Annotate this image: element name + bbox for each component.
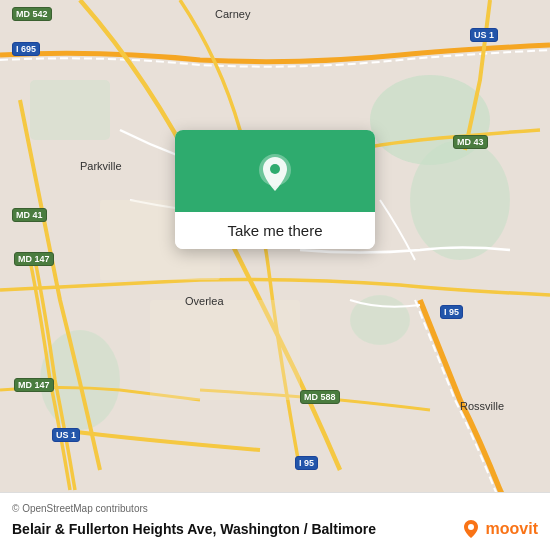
moovit-pin-icon (460, 518, 482, 540)
popup-tail (265, 247, 285, 249)
popup-header (175, 130, 375, 212)
badge-i95-right: I 95 (440, 305, 463, 319)
badge-us1-bot: US 1 (52, 428, 80, 442)
svg-point-9 (468, 524, 474, 530)
svg-point-8 (270, 164, 280, 174)
moovit-logo: moovit (460, 518, 538, 540)
moovit-text: moovit (486, 520, 538, 538)
badge-md43: MD 43 (453, 135, 488, 149)
map-container: Carney Parkville Overlea Rossville I 695… (0, 0, 550, 550)
location-row: Belair & Fullerton Heights Ave, Washingt… (12, 518, 538, 540)
svg-rect-6 (150, 300, 300, 400)
badge-md147-top: MD 147 (14, 252, 54, 266)
map-roads (0, 0, 550, 550)
location-name: Belair & Fullerton Heights Ave, Washingt… (12, 520, 376, 538)
badge-i95-bot: I 95 (295, 456, 318, 470)
badge-md41: MD 41 (12, 208, 47, 222)
location-popup: Take me there (175, 130, 375, 249)
take-me-there-button[interactable]: Take me there (175, 212, 375, 249)
bottom-bar: © OpenStreetMap contributors Belair & Fu… (0, 492, 550, 550)
badge-us1-top: US 1 (470, 28, 498, 42)
badge-md147-bot: MD 147 (14, 378, 54, 392)
badge-i695: I 695 (12, 42, 40, 56)
badge-md588: MD 588 (300, 390, 340, 404)
map-attribution: © OpenStreetMap contributors (12, 503, 538, 514)
svg-rect-3 (30, 80, 110, 140)
badge-md542: MD 542 (12, 7, 52, 21)
svg-point-1 (410, 140, 510, 260)
map-pin-icon (253, 152, 297, 196)
